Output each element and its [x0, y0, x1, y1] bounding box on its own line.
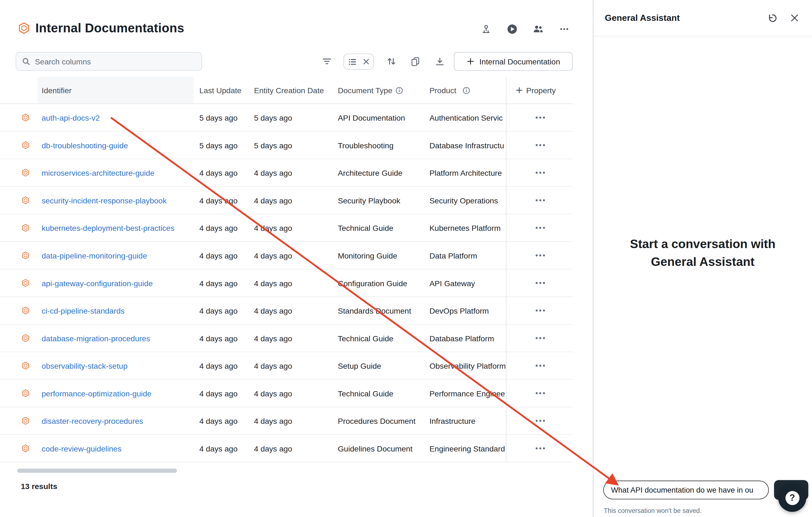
assistant-disclaimer: This conversation won't be saved. [604, 507, 702, 515]
last-update-cell: 4 days ago [195, 444, 252, 453]
assistant-empty-state: Start a conversation with General Assist… [625, 235, 781, 271]
table-header-row: Identifier Last Update Entity Creation D… [0, 77, 573, 104]
more-options-icon[interactable] [558, 23, 571, 35]
identifier-link[interactable]: data-pipeline-monitoring-guide [42, 251, 147, 260]
sort-icon[interactable] [382, 52, 401, 71]
row-actions-button[interactable] [532, 164, 549, 181]
new-internal-documentation-button[interactable]: Internal Documentation [454, 52, 573, 71]
ellipsis-icon [534, 415, 547, 427]
column-header-creation-date[interactable]: Entity Creation Date [251, 77, 336, 103]
table-row: kubernetes-deployment-best-practices 4 d… [0, 214, 573, 242]
horizontal-scrollbar[interactable] [17, 469, 177, 473]
identifier-link[interactable]: auth-api-docs-v2 [42, 113, 100, 122]
object-hexagon-icon [21, 389, 30, 397]
last-update-cell: 4 days ago [195, 278, 252, 287]
last-update-cell: 4 days ago [195, 416, 252, 425]
document-type-cell: Configuration Guide [336, 278, 427, 287]
clear-view-icon[interactable] [363, 58, 370, 65]
row-actions-button[interactable] [532, 192, 549, 209]
column-header-product[interactable]: Product [427, 77, 506, 103]
page-title: Internal Documentations [35, 21, 184, 35]
download-icon[interactable] [430, 52, 449, 71]
row-actions-button[interactable] [532, 247, 549, 264]
identifier-link[interactable]: performance-optimization-guide [42, 389, 151, 397]
identifier-link[interactable]: api-gateway-configuration-guide [42, 278, 153, 287]
row-actions-button[interactable] [532, 220, 549, 236]
row-actions-button[interactable] [532, 358, 549, 374]
icon-column-header [0, 77, 37, 103]
identifier-link[interactable]: ci-cd-pipeline-standards [42, 306, 124, 315]
close-icon[interactable] [787, 11, 802, 25]
table-row: auth-api-docs-v2 5 days ago 5 days ago A… [0, 104, 573, 131]
row-actions-button[interactable] [532, 385, 549, 402]
object-hexagon-icon [21, 251, 30, 259]
row-actions-button[interactable] [532, 109, 549, 126]
product-cell: Data Platform [427, 242, 506, 269]
document-type-cell: Procedures Document [336, 416, 427, 425]
search-columns-input[interactable] [35, 57, 196, 66]
document-type-cell: API Documentation [336, 113, 427, 122]
reset-conversation-icon[interactable] [765, 11, 780, 25]
creation-date-cell: 4 days ago [251, 223, 336, 232]
last-update-cell: 4 days ago [195, 251, 252, 260]
product-cell: DevOps Platform [427, 297, 506, 324]
column-header-last-update[interactable]: Last Update [195, 77, 252, 103]
copy-icon[interactable] [406, 52, 425, 71]
product-cell: Platform Architecture [427, 159, 506, 186]
object-hexagon-icon [21, 417, 30, 425]
joystick-icon[interactable] [480, 23, 492, 35]
object-hexagon-icon [21, 224, 30, 232]
creation-date-cell: 4 days ago [251, 278, 336, 287]
header-actions [480, 23, 570, 35]
page-header: Internal Documentations [18, 21, 184, 35]
documents-table: Identifier Last Update Entity Creation D… [0, 77, 573, 462]
row-actions-button[interactable] [532, 330, 549, 346]
table-row: microservices-architecture-guide 4 days … [0, 159, 573, 187]
creation-date-cell: 4 days ago [251, 306, 336, 315]
creation-date-cell: 4 days ago [251, 334, 336, 342]
ellipsis-icon [534, 111, 547, 124]
product-cell: Engineering Standard [427, 435, 506, 462]
table-row: code-review-guidelines 4 days ago 4 days… [0, 435, 573, 462]
identifier-link[interactable]: observability-stack-setup [42, 361, 127, 370]
row-actions-button[interactable] [532, 137, 549, 153]
creation-date-cell: 4 days ago [251, 168, 336, 177]
last-update-cell: 5 days ago [195, 113, 252, 122]
assistant-header: General Assistant [593, 0, 812, 36]
identifier-link[interactable]: database-migration-procedures [42, 334, 150, 342]
creation-date-cell: 5 days ago [251, 141, 336, 149]
people-icon[interactable] [532, 23, 545, 35]
table-row: performance-optimization-guide 4 days ag… [0, 380, 573, 407]
row-actions-button[interactable] [532, 440, 549, 457]
play-circle-icon[interactable] [506, 23, 519, 35]
add-property-button[interactable]: Property [506, 77, 573, 103]
assistant-message-input[interactable] [603, 481, 768, 499]
column-header-identifier[interactable]: Identifier [37, 77, 194, 103]
ellipsis-icon [534, 166, 547, 179]
document-type-cell: Technical Guide [336, 334, 427, 342]
list-view-icon[interactable] [348, 57, 357, 66]
product-cell: Observability Platform [427, 352, 506, 379]
identifier-link[interactable]: microservices-architecture-guide [42, 168, 154, 177]
last-update-cell: 4 days ago [195, 196, 252, 205]
help-button[interactable]: ? [778, 484, 806, 512]
row-actions-button[interactable] [532, 275, 549, 292]
last-update-cell: 5 days ago [195, 141, 252, 149]
ellipsis-icon [534, 304, 547, 317]
object-hexagon-icon [21, 279, 30, 287]
identifier-link[interactable]: code-review-guidelines [42, 444, 121, 453]
identifier-link[interactable]: security-incident-response-playbook [42, 196, 167, 205]
document-type-cell: Standards Document [336, 306, 427, 315]
identifier-link[interactable]: kubernetes-deployment-best-practices [42, 223, 174, 232]
filter-icon[interactable] [317, 52, 336, 71]
object-hexagon-icon [21, 306, 30, 315]
object-hexagon-icon [21, 141, 30, 149]
column-header-document-type[interactable]: Document Type [336, 77, 427, 103]
row-actions-button[interactable] [532, 302, 549, 319]
identifier-link[interactable]: disaster-recovery-procedures [42, 416, 143, 425]
table-row: data-pipeline-monitoring-guide 4 days ag… [0, 242, 573, 270]
view-chip [344, 54, 374, 70]
row-actions-button[interactable] [532, 413, 549, 429]
ellipsis-icon [534, 221, 547, 234]
identifier-link[interactable]: db-troubleshooting-guide [42, 141, 128, 149]
